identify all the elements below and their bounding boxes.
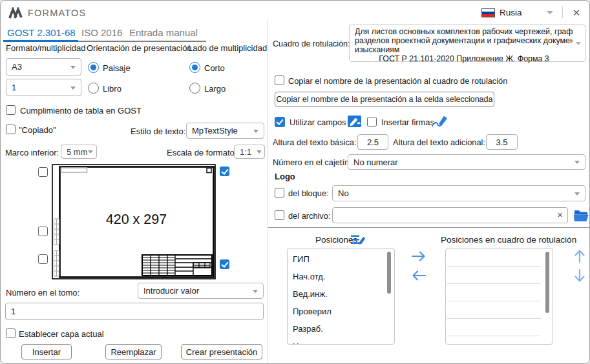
window-title: FORMATOS [28, 8, 86, 18]
field-icon [347, 114, 362, 128]
radio-long-side-label: Largo [204, 84, 226, 94]
radio-portrait-label: Libro [103, 84, 121, 94]
copied-checkbox[interactable] [6, 125, 16, 134]
close-icon[interactable]: ✕ [568, 5, 585, 21]
tab-iso[interactable]: ISO 2016 [81, 27, 122, 38]
list-item[interactable]: Разраб. [288, 320, 394, 338]
logo-from-file-checkbox[interactable] [275, 210, 284, 220]
titlebar-separator [562, 6, 563, 18]
chevron-down-icon [253, 290, 258, 293]
logo-from-block-checkbox[interactable] [275, 188, 284, 197]
title-block-desc-line2: разделов проектной документации и графич… [355, 36, 573, 45]
list-item[interactable]: Вед.инж. [288, 285, 394, 303]
tab-strip-underline [78, 41, 206, 42]
gost-table-label: Cumplimiento de tabla en GOST [20, 106, 142, 116]
copied-label: "Copiado" [19, 125, 56, 135]
use-fields-label: Utilizar campos [290, 117, 346, 127]
language-label[interactable]: Rusia [500, 8, 522, 17]
preview-left-bottom-checkbox[interactable] [38, 254, 48, 264]
clear-icon[interactable]: × [557, 209, 563, 220]
radio-landscape-label: Paisaje [103, 63, 131, 73]
use-fields-checkbox[interactable] [275, 117, 285, 127]
copy-name-to-titleblock-checkbox[interactable] [275, 76, 284, 85]
format-scale-select[interactable]: 1:1 [234, 145, 265, 159]
tab-entrada-manual[interactable]: Entrada manual [129, 27, 198, 38]
empty-row-separator [447, 283, 541, 284]
positions-in-titleblock-list[interactable] [445, 248, 553, 345]
preview-size-label: 420 x 297 [57, 212, 216, 228]
volume-number-input[interactable] [5, 303, 264, 320]
orientation-group-label: Orientación de presentación [87, 43, 192, 53]
move-up-arrow-icon[interactable] [572, 248, 587, 264]
radio-landscape[interactable] [88, 62, 99, 73]
title-block-select[interactable]: Для листов основных комплектов рабочих ч… [349, 25, 585, 62]
text-height-additional-label: Altura del texto adicional: [393, 137, 485, 147]
logo-section-label: Logo [275, 172, 295, 181]
bottom-margin-select[interactable]: 5 mm [61, 145, 97, 159]
insert-signatures-label: Insertar firmas [381, 117, 434, 127]
edit-positions-icon[interactable] [351, 234, 366, 246]
positions-section-divider [268, 227, 590, 228]
list-item[interactable]: Нач.отд. [288, 268, 394, 285]
preview-left-middle-checkbox[interactable] [38, 227, 48, 236]
move-left-arrow-icon[interactable] [410, 268, 427, 283]
replace-button[interactable]: Reemplazar [105, 344, 162, 359]
insert-signatures-checkbox[interactable] [367, 117, 377, 126]
empty-row-separator [447, 301, 541, 301]
create-layout-button[interactable]: Crear presentación [181, 344, 262, 359]
scrollbar-thumb[interactable] [545, 252, 549, 313]
radio-portrait[interactable] [88, 83, 99, 94]
open-folder-icon[interactable] [573, 208, 589, 222]
text-style-label: Estilo de texto: [131, 126, 185, 136]
chevron-down-icon [70, 86, 76, 90]
title-block-desc-line3: изысканиям [355, 45, 573, 54]
insert-button[interactable]: Insertar [21, 344, 72, 359]
language-chevron-down-icon[interactable] [547, 11, 553, 14]
text-style-select[interactable]: MpTextStyle [186, 123, 264, 139]
list-item[interactable]: Н.контр. [288, 338, 394, 345]
format-scale-label: Escala de formato: [167, 148, 237, 157]
radio-short-side-label: Corto [204, 63, 225, 73]
positions-list[interactable]: ГИП Нач.отд. Вед.инж. Проверил Разраб. Н… [287, 248, 395, 345]
chevron-down-icon [574, 192, 580, 196]
format-preview: 420 x 297 [52, 164, 216, 279]
logo-from-block-label: del bloque: [288, 188, 329, 198]
move-down-arrow-icon[interactable] [572, 268, 587, 283]
preview-right-bottom-checkbox[interactable] [220, 259, 229, 269]
logo-file-field: × [332, 207, 568, 223]
list-item[interactable]: Проверил [288, 303, 394, 320]
text-height-basic-label: Altura del texto básica: [273, 137, 356, 147]
empty-row-separator [447, 318, 541, 319]
logo-file-input[interactable] [332, 207, 568, 223]
chevron-down-icon [576, 42, 581, 45]
preview-left-top-checkbox[interactable] [38, 167, 48, 177]
title-block-desc-line1: Для листов основных комплектов рабочих ч… [355, 27, 573, 36]
chevron-down-icon [88, 150, 93, 154]
radio-long-side[interactable] [189, 83, 200, 94]
multiplicity-select[interactable]: 1 [6, 79, 81, 96]
radio-short-side[interactable] [189, 62, 200, 73]
format-size-select[interactable]: A3 [6, 58, 81, 76]
tab-gost[interactable]: GOST 2.301-68 [7, 27, 76, 38]
pane-divider [268, 20, 268, 364]
logo-from-file-label: del archivo: [288, 211, 330, 221]
chevron-down-icon [574, 161, 580, 164]
app-logo-icon [8, 7, 24, 19]
text-height-basic-input[interactable] [357, 134, 388, 150]
set-current-layer-checkbox[interactable] [6, 329, 16, 338]
move-right-arrow-icon[interactable] [410, 249, 427, 263]
copy-name-to-cell-button[interactable]: Copiar el nombre de la presentación a la… [275, 92, 494, 107]
scrollbar-thumb[interactable] [387, 252, 391, 294]
text-height-additional-input[interactable] [486, 134, 518, 150]
sheet-number-select[interactable]: No numerar [348, 154, 585, 170]
signature-pen-icon [431, 114, 448, 128]
title-block-label: Cuadro de rotulación: [273, 39, 350, 48]
gost-table-checkbox[interactable] [6, 105, 16, 115]
positions-target-label: Posiciones en cuadro de rotulación [441, 235, 576, 245]
set-current-layer-label: Establecer capa actual [19, 329, 104, 339]
volume-mode-select[interactable]: Introducir valor [138, 283, 264, 299]
preview-right-top-checkbox[interactable] [220, 167, 229, 176]
logo-from-block-select[interactable]: No [332, 185, 585, 201]
bottom-margin-label: Marco inferior: [5, 148, 59, 157]
list-item[interactable]: ГИП [288, 250, 394, 268]
